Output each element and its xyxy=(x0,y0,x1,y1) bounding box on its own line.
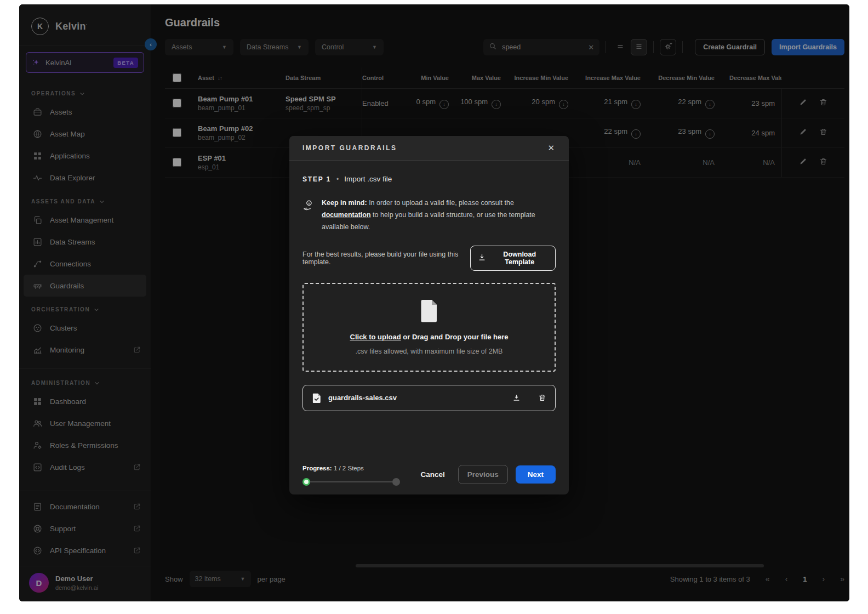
next-button[interactable]: Next xyxy=(516,465,556,484)
download-template-button[interactable]: Download Template xyxy=(470,246,556,271)
previous-button[interactable]: Previous xyxy=(458,465,508,484)
file-dropzone[interactable]: Click to upload or Drag and Drop your fi… xyxy=(302,283,556,372)
modal-header: IMPORT GUARDRAILS ✕ xyxy=(289,136,569,161)
app-window: ‹ K Kelvin· KelvinAI BETA OPERATIONS Ass… xyxy=(19,4,849,601)
uploaded-file-row: guardrails-sales.csv xyxy=(302,385,556,411)
click-to-upload-link[interactable]: Click to upload xyxy=(350,333,401,341)
progress-stepper xyxy=(302,478,400,486)
delete-file-icon[interactable] xyxy=(538,394,546,402)
step-2-dot[interactable] xyxy=(392,478,400,486)
download-file-icon[interactable] xyxy=(512,394,521,402)
step-1-dot[interactable] xyxy=(302,478,310,486)
page-background: ‹ K Kelvin· KelvinAI BETA OPERATIONS Ass… xyxy=(0,0,868,614)
uploaded-file-name: guardrails-sales.csv xyxy=(328,394,506,402)
keep-in-mind-note: Keep in mind: In order to upload a valid… xyxy=(302,197,556,234)
info-hand-icon xyxy=(302,199,315,234)
modal-title: IMPORT GUARDRAILS xyxy=(302,144,397,152)
close-icon[interactable]: ✕ xyxy=(544,143,558,154)
import-guardrails-modal: IMPORT GUARDRAILS ✕ STEP 1 • Import .csv… xyxy=(289,136,569,494)
file-check-icon xyxy=(312,393,322,403)
progress-label: Progress: 1 / 2 Steps xyxy=(302,465,400,471)
documentation-link[interactable]: documentation xyxy=(322,211,371,219)
template-hint: For the best results, please build your … xyxy=(302,251,470,266)
step-indicator: STEP 1 • Import .csv file xyxy=(302,175,556,183)
upload-restrictions: .csv files allowed, with maximum file si… xyxy=(356,348,503,355)
file-page-icon xyxy=(418,299,440,325)
cancel-button[interactable]: Cancel xyxy=(415,466,450,483)
download-icon xyxy=(478,253,486,263)
